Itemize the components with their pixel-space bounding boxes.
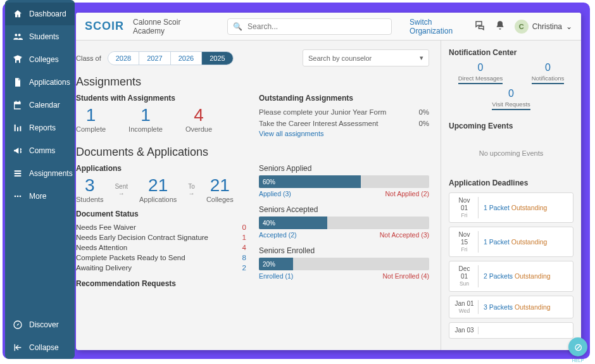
- metric-label: Incomplete: [128, 125, 163, 133]
- sidebar: Dashboard Students Colleges Applications…: [5, 0, 75, 359]
- doc-status-label: Needs Early Decision Contract Signature: [76, 234, 208, 241]
- deadline-row[interactable]: Jan 01Wed 3 Packets Outstanding: [449, 296, 573, 318]
- app-window: SCOIR Calonne Scoir Academy 🔍 Switch Org…: [76, 13, 581, 350]
- notif-count-value: 0: [532, 62, 565, 73]
- metric-label: Colleges: [206, 196, 234, 203]
- doc-status-row[interactable]: Needs Fee Waiver0: [76, 222, 246, 232]
- switch-org-link[interactable]: Switch Organization: [410, 18, 465, 35]
- metric-colleges[interactable]: 21Colleges: [206, 177, 234, 203]
- sidebar-item-students[interactable]: Students: [5, 25, 75, 48]
- application-deadlines-heading: Application Deadlines: [449, 179, 573, 187]
- collapse-icon: [13, 342, 23, 353]
- user-menu[interactable]: C Christina ⌄: [515, 20, 572, 34]
- metric-overdue[interactable]: 4 Overdue: [185, 106, 212, 133]
- bar-foot-right[interactable]: Not Applied (2): [385, 190, 429, 198]
- sidebar-item-comms[interactable]: Comms: [5, 139, 75, 162]
- applications-heading: Applications: [76, 164, 246, 173]
- notif-count[interactable]: 0Notifications: [532, 62, 565, 84]
- doc-status-row[interactable]: Needs Early Decision Contract Signature1: [76, 232, 246, 242]
- metric-value: 3: [76, 177, 103, 194]
- doc-status-row[interactable]: Complete Packets Ready to Send8: [76, 253, 246, 263]
- sidebar-item-reports[interactable]: Reports: [5, 116, 75, 139]
- class-year-tabs: 2028202720262025: [108, 51, 234, 65]
- progress-bar: 60%: [259, 175, 429, 188]
- counselor-select[interactable]: Search by counselor ▾: [303, 49, 429, 66]
- svg-point-0: [15, 196, 16, 198]
- sidebar-item-assignments[interactable]: Assignments: [5, 162, 75, 185]
- help-fab[interactable]: ⊘ HELP: [568, 337, 587, 356]
- flow-arrow: To→: [188, 177, 195, 203]
- metric-incomplete[interactable]: 1 Incomplete: [128, 106, 163, 133]
- metric-applications[interactable]: 21Applications: [139, 177, 177, 203]
- chart-icon: [13, 123, 23, 133]
- bar-foot-right[interactable]: Not Enrolled (4): [382, 272, 429, 280]
- sidebar-item-label: Dashboard: [29, 9, 66, 18]
- doc-icon: [13, 77, 23, 87]
- seniors-bar-block: Seniors Accepted 40% Accepted (2) Not Ac…: [259, 205, 429, 239]
- metric-value: 21: [139, 177, 177, 194]
- right-panel: Notification Center 0Direct Messages0Not…: [441, 41, 581, 350]
- notif-count-label: Visit Requests: [492, 101, 530, 110]
- sidebar-item-label: Assignments: [29, 169, 73, 178]
- progress-bar: 40%: [259, 217, 429, 229]
- deadline-date: Nov 01Fri: [454, 197, 479, 218]
- class-year-2026[interactable]: 2026: [171, 52, 202, 65]
- doc-status-label: Awaiting Delivery: [76, 264, 132, 272]
- notif-count[interactable]: 0Direct Messages: [458, 62, 503, 84]
- deadline-row[interactable]: Jan 03: [449, 322, 573, 339]
- doc-status-value: 4: [242, 244, 246, 251]
- sidebar-item-label: Colleges: [29, 55, 59, 64]
- sidebar-item-more[interactable]: More: [5, 185, 75, 208]
- deadline-text: 2 Packets Outstanding: [484, 272, 551, 280]
- arrow-right-icon: →: [189, 190, 195, 197]
- global-search[interactable]: 🔍: [227, 18, 392, 35]
- bar-foot-left[interactable]: Enrolled (1): [259, 272, 293, 280]
- notif-count-value: 0: [492, 88, 530, 99]
- sidebar-item-label: Collapse: [29, 343, 59, 352]
- outstanding-assignments-heading: Outstanding Assignments: [259, 94, 429, 103]
- doc-status-row[interactable]: Awaiting Delivery2: [76, 263, 246, 273]
- sidebar-item-applications[interactable]: Applications: [5, 71, 75, 94]
- chevron-down-icon: ▾: [420, 54, 423, 62]
- sidebar-item-calendar[interactable]: Calendar: [5, 94, 75, 116]
- users-icon: [13, 32, 23, 42]
- metric-value: 1: [128, 106, 163, 124]
- class-year-2027[interactable]: 2027: [139, 52, 170, 65]
- notif-count[interactable]: 0Visit Requests: [492, 88, 530, 110]
- students-with-assignments-heading: Students with Assignments: [76, 94, 246, 103]
- doc-status-label: Complete Packets Ready to Send: [76, 254, 185, 261]
- deadline-date: Nov 15Fri: [454, 231, 479, 253]
- outstanding-assignment-row[interactable]: Take the Career Interest Assessment0%: [259, 118, 429, 129]
- bar-foot-left[interactable]: Applied (3): [259, 190, 291, 198]
- deadline-text: 3 Packets Outstanding: [484, 303, 551, 311]
- doc-status-row[interactable]: Needs Attention4: [76, 242, 246, 253]
- deadline-row[interactable]: Dec 01Sun 2 Packets Outstanding: [449, 261, 573, 291]
- bar-foot-right[interactable]: Not Accepted (3): [380, 231, 429, 239]
- sidebar-item-colleges[interactable]: Colleges: [5, 48, 75, 71]
- view-all-assignments-link[interactable]: View all assignments: [259, 130, 324, 137]
- metric-label: Students: [76, 196, 103, 203]
- notification-center-heading: Notification Center: [449, 48, 573, 57]
- search-input[interactable]: [246, 22, 386, 32]
- assignment-text: Please complete your Junior Year Form: [259, 108, 386, 116]
- org-name: Calonne Scoir Academy: [133, 18, 199, 35]
- metric-students[interactable]: 3Students: [76, 177, 103, 203]
- deadline-text: 1 Packet Outstanding: [484, 238, 547, 246]
- metric-complete[interactable]: 1 Complete: [76, 106, 106, 133]
- sidebar-item-dashboard[interactable]: Dashboard: [5, 3, 75, 25]
- flow-arrow: Sent→: [115, 177, 128, 203]
- progress-bar-fill: 40%: [259, 217, 327, 229]
- deadline-row[interactable]: Nov 15Fri 1 Packet Outstanding: [449, 227, 573, 257]
- bell-icon[interactable]: [494, 20, 506, 32]
- class-year-2028[interactable]: 2028: [108, 52, 139, 65]
- recommendation-requests-heading: Recommendation Requests: [76, 279, 246, 288]
- deadline-row[interactable]: Nov 01Fri 1 Packet Outstanding: [449, 192, 573, 223]
- bar-foot-left[interactable]: Accepted (2): [259, 231, 297, 239]
- sidebar-item-collapse[interactable]: Collapse: [5, 336, 75, 359]
- class-year-2025[interactable]: 2025: [202, 52, 232, 65]
- chat-icon[interactable]: [474, 20, 485, 33]
- outstanding-assignment-row[interactable]: Please complete your Junior Year Form0%: [259, 106, 429, 118]
- metric-label: Complete: [76, 125, 106, 133]
- sidebar-item-discover[interactable]: Discover: [5, 313, 75, 336]
- chevron-down-icon: ⌄: [566, 22, 572, 31]
